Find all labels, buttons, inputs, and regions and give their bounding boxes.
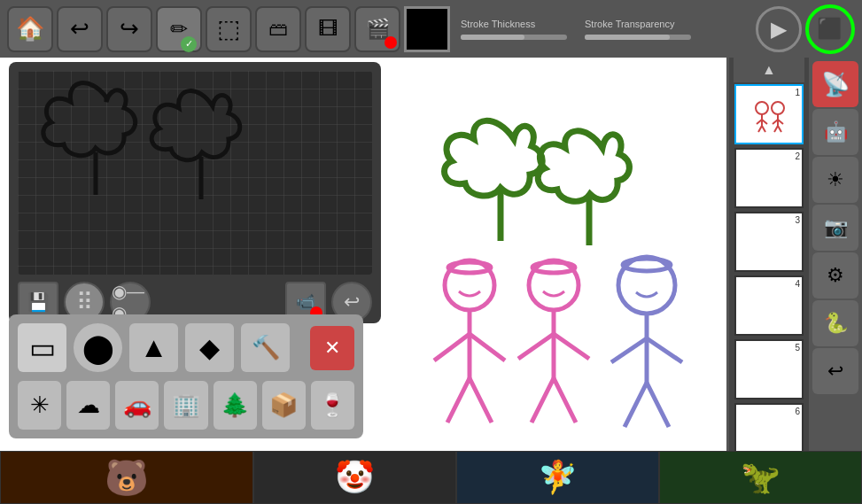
svg-line-16 (554, 378, 576, 423)
svg-line-23 (647, 383, 669, 427)
sun-stamp-button[interactable]: ✳ (18, 381, 61, 430)
film-frame-5[interactable]: 5 (734, 339, 804, 399)
play-icon: ▶ (771, 17, 787, 42)
undo-button[interactable]: ↩ (57, 6, 103, 52)
svg-line-9 (470, 378, 492, 423)
settings-button[interactable]: ⚙ (812, 252, 858, 299)
right-sidebar: 📡 🤖 ☀ 📷 ⚙ 🐍 ↩ (809, 58, 862, 504)
pencil-button[interactable]: ✏ ✓ (156, 6, 202, 52)
rectangle-shape-button[interactable]: ▭ (18, 323, 66, 372)
undo2-button[interactable]: ↩ (812, 348, 858, 394)
stroke-thickness-slider[interactable] (461, 35, 567, 40)
svg-line-30 (758, 126, 762, 132)
snake-button[interactable]: 🐍 (812, 300, 858, 346)
svg-point-10 (529, 260, 579, 310)
stroke-thickness-fill (461, 35, 524, 40)
stroke-thickness-section: Stroke Thickness (461, 19, 567, 40)
film-frame-6-label: 6 (795, 407, 800, 416)
home-button[interactable]: 🏠 (7, 6, 53, 52)
character-button[interactable]: 🤖 (812, 109, 858, 155)
svg-line-37 (778, 126, 781, 132)
top-toolbar: 🏠 ↩ ↪ ✏ ✓ ⬚ 🗃 🎞 🎬 Stroke Thickness Strok… (0, 0, 862, 58)
hammer-shape-button[interactable]: 🔨 (241, 323, 290, 372)
effects-button[interactable]: ☀ (812, 157, 858, 203)
shape-panel: ▭ ⬤ ▲ ◆ 🔨 ✕ ✳ ☁ 🚗 🏢 🌲 📦 🍷 (9, 314, 363, 438)
export-badge (384, 36, 397, 49)
svg-line-15 (532, 378, 554, 423)
svg-line-36 (774, 126, 778, 132)
svg-point-17 (618, 257, 675, 314)
svg-point-26 (756, 102, 768, 114)
redo-button[interactable]: ↪ (106, 6, 152, 52)
svg-line-6 (434, 334, 470, 361)
film-frame-1-label: 1 (795, 88, 800, 97)
filmstrip-button[interactable]: 🎞 (305, 6, 351, 52)
svg-line-31 (762, 126, 765, 132)
stroke-transparency-fill (585, 35, 670, 40)
bottom-item-fairy[interactable]: 🧚 (457, 452, 658, 503)
film-frame-2-label: 2 (795, 151, 800, 161)
tree-stamp-button[interactable]: 🌲 (214, 381, 257, 430)
car-stamp-button[interactable]: 🚗 (115, 381, 159, 430)
drawing-canvas[interactable] (18, 71, 372, 275)
stroke-transparency-section: Stroke Transparency (585, 19, 691, 40)
stroke-thickness-label: Stroke Thickness (461, 19, 567, 29)
stop-button[interactable]: ⬛ (805, 4, 855, 54)
drawing-panel: ✕ 💾 ⠿ ◉—◉ 📹 ↩ (9, 62, 381, 323)
film-frame-1[interactable]: 1 (734, 84, 804, 144)
triangle-shape-button[interactable]: ▲ (129, 323, 178, 372)
svg-line-20 (611, 338, 647, 362)
oval-shape-button[interactable]: ⬤ (74, 323, 122, 372)
svg-line-22 (625, 383, 647, 427)
pencil-check-badge: ✓ (181, 36, 197, 52)
stamp-button[interactable]: 🗃 (255, 6, 301, 52)
film-frame-3-label: 3 (795, 215, 800, 225)
svg-line-7 (470, 334, 505, 361)
record-button[interactable]: 📡 (812, 61, 858, 107)
camera-button[interactable]: 📷 (812, 205, 858, 251)
diamond-shape-button[interactable]: ◆ (185, 323, 234, 372)
color-swatch[interactable] (404, 6, 450, 52)
svg-point-32 (772, 102, 784, 114)
filmstrip: ▲ 1 2 3 4 5 (729, 58, 809, 504)
svg-line-8 (447, 378, 470, 423)
svg-line-21 (647, 338, 682, 362)
bottom-strip: 🐻 🤡 🧚 🦖 (0, 451, 862, 504)
svg-line-13 (518, 334, 554, 359)
film-frame-4[interactable]: 4 (734, 275, 804, 336)
svg-point-3 (445, 260, 494, 310)
film-frame-1-preview (742, 95, 796, 135)
stop-icon: ⬛ (817, 17, 843, 42)
bottom-item-dino[interactable]: 🦖 (660, 452, 861, 503)
shape-panel-close-button[interactable]: ✕ (310, 326, 354, 370)
shapes-row: ▭ ⬤ ▲ ◆ 🔨 ✕ (18, 323, 354, 372)
drawing-canvas-svg (18, 71, 372, 275)
film-frame-4-label: 4 (795, 279, 800, 289)
cloud-stamp-button[interactable]: ☁ (66, 381, 110, 430)
box-stamp-button[interactable]: 📦 (262, 381, 306, 430)
svg-line-14 (554, 334, 589, 359)
select-button[interactable]: ⬚ (206, 6, 252, 52)
film-frame-3[interactable]: 3 (734, 212, 804, 272)
filmstrip-up-button[interactable]: ▲ (734, 58, 804, 82)
film-frame-2[interactable]: 2 (734, 148, 804, 208)
film-frame-5-label: 5 (795, 343, 800, 353)
play-button[interactable]: ▶ (756, 6, 802, 52)
city-stamp-button[interactable]: 🏢 (164, 381, 207, 430)
bottom-item-bear[interactable]: 🐻 (1, 452, 252, 503)
stamps-row: ✳ ☁ 🚗 🏢 🌲 📦 🍷 (18, 381, 354, 430)
stroke-transparency-slider[interactable] (585, 35, 691, 40)
bottom-item-character2[interactable]: 🤡 (254, 452, 455, 503)
stroke-transparency-label: Stroke Transparency (585, 19, 691, 29)
export-button[interactable]: 🎬 (354, 6, 400, 52)
wine-stamp-button[interactable]: 🍷 (311, 381, 354, 430)
